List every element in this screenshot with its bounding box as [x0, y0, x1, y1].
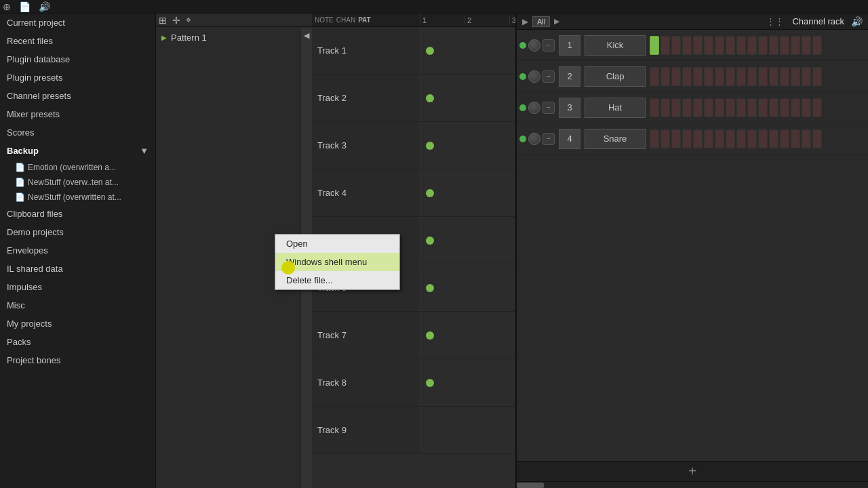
- channel-pad[interactable]: [747, 129, 757, 148]
- sidebar-item-plugin-database[interactable]: Plugin database: [0, 50, 155, 68]
- channel-pad[interactable]: [736, 98, 746, 117]
- channel-pad[interactable]: [769, 36, 778, 55]
- channel-pad[interactable]: [671, 36, 681, 55]
- channel-pad[interactable]: [693, 129, 703, 148]
- channel-pad[interactable]: [802, 67, 811, 86]
- channel-pad[interactable]: [736, 36, 746, 55]
- channel-active-dot[interactable]: [519, 73, 526, 80]
- pattern-item[interactable]: ▶ Pattern 1: [156, 30, 312, 45]
- channel-pad[interactable]: [736, 129, 746, 148]
- channel-pad[interactable]: [650, 36, 659, 55]
- channel-pad[interactable]: [704, 98, 713, 117]
- channel-pad[interactable]: [650, 67, 659, 86]
- channel-active-dot[interactable]: [519, 42, 526, 49]
- channel-pad[interactable]: [715, 67, 724, 86]
- audio-icon[interactable]: 🔊: [39, 1, 50, 12]
- scrollbar-thumb[interactable]: [517, 483, 544, 488]
- channel-pad[interactable]: [660, 98, 670, 117]
- play-icon[interactable]: ▶: [522, 17, 528, 26]
- channel-pad[interactable]: [780, 129, 789, 148]
- channel-pad[interactable]: [758, 36, 768, 55]
- sidebar-item-newstuff1[interactable]: 📄 NewStuff (overw..ten at...: [0, 175, 155, 190]
- channel-pad[interactable]: [758, 67, 768, 86]
- channel-number[interactable]: 3: [559, 98, 580, 118]
- channel-pad[interactable]: [715, 98, 724, 117]
- sidebar-item-il-shared-data[interactable]: IL shared data: [0, 260, 155, 278]
- sidebar-item-emotion[interactable]: 📄 Emotion (overwritten a...: [0, 160, 155, 175]
- channel-name-clap[interactable]: Clap: [585, 66, 646, 87]
- channel-pad[interactable]: [650, 129, 659, 148]
- channel-pad[interactable]: [682, 36, 692, 55]
- sidebar-item-recent-files[interactable]: Recent files: [0, 32, 155, 50]
- move-icon[interactable]: ✛: [172, 15, 180, 26]
- channel-number[interactable]: 1: [559, 35, 580, 56]
- channel-pad[interactable]: [780, 98, 789, 117]
- channel-pad[interactable]: [780, 67, 789, 86]
- channel-pad[interactable]: [747, 98, 757, 117]
- sidebar-item-scores[interactable]: Scores: [0, 123, 155, 142]
- channel-pad[interactable]: [791, 36, 800, 55]
- channel-pad[interactable]: [769, 67, 778, 86]
- channel-pad[interactable]: [769, 98, 778, 117]
- channel-pad[interactable]: [693, 36, 703, 55]
- file-icon[interactable]: 📄: [19, 1, 31, 12]
- sidebar-item-backup[interactable]: Backup ▼: [0, 142, 155, 160]
- channel-mute-button[interactable]: −: [542, 102, 555, 114]
- sidebar-item-impulses[interactable]: Impulses: [0, 278, 155, 296]
- channel-pad[interactable]: [736, 67, 746, 86]
- channel-pad[interactable]: [671, 129, 681, 148]
- channel-pad[interactable]: [812, 36, 822, 55]
- channel-pad[interactable]: [802, 129, 811, 148]
- channel-number[interactable]: 2: [559, 66, 580, 87]
- link-icon[interactable]: ⌖: [186, 14, 191, 26]
- channel-volume-knob[interactable]: [528, 133, 540, 145]
- channel-active-dot[interactable]: [519, 136, 526, 142]
- sidebar-item-project-bones[interactable]: Project bones: [0, 351, 155, 369]
- channel-name-kick[interactable]: Kick: [585, 35, 646, 56]
- channel-name-hat[interactable]: Hat: [585, 98, 646, 118]
- channel-pad[interactable]: [726, 67, 735, 86]
- channel-pad[interactable]: [671, 67, 681, 86]
- context-menu-open[interactable]: Open: [275, 235, 399, 253]
- channel-pad[interactable]: [671, 98, 681, 117]
- sidebar-item-mixer-presets[interactable]: Mixer presets: [0, 105, 155, 123]
- channel-pad[interactable]: [758, 129, 768, 148]
- channel-pad[interactable]: [747, 36, 757, 55]
- horizontal-scrollbar[interactable]: [517, 481, 868, 488]
- sidebar-item-envelopes[interactable]: Envelopes: [0, 241, 155, 260]
- channel-pad[interactable]: [747, 67, 757, 86]
- sidebar-item-current-project[interactable]: Current project: [0, 14, 155, 32]
- channel-pad[interactable]: [704, 36, 713, 55]
- menu-icon[interactable]: ⋮⋮: [766, 16, 784, 26]
- sidebar-item-newstuff2[interactable]: 📄 NewStuff (overwritten at...: [0, 190, 155, 205]
- channel-volume-knob[interactable]: [528, 102, 540, 114]
- channel-pad[interactable]: [812, 98, 822, 117]
- add-channel-button[interactable]: +: [688, 464, 696, 479]
- channel-pad[interactable]: [693, 98, 703, 117]
- sidebar-item-plugin-presets[interactable]: Plugin presets: [0, 68, 155, 87]
- sidebar-item-my-projects[interactable]: My projects: [0, 314, 155, 333]
- channel-pad[interactable]: [704, 67, 713, 86]
- channel-number[interactable]: 4: [559, 129, 580, 149]
- sidebar-item-misc[interactable]: Misc: [0, 296, 155, 314]
- channel-pad[interactable]: [704, 129, 713, 148]
- sidebar-item-demo-projects[interactable]: Demo projects: [0, 223, 155, 241]
- channel-pad[interactable]: [660, 67, 670, 86]
- channel-pad[interactable]: [802, 36, 811, 55]
- context-menu-delete[interactable]: Delete file...: [275, 271, 399, 289]
- channel-pad[interactable]: [726, 98, 735, 117]
- channel-mute-button[interactable]: −: [542, 70, 555, 83]
- channel-volume-knob[interactable]: [528, 39, 540, 52]
- channel-mute-button[interactable]: −: [542, 39, 555, 52]
- channel-pad[interactable]: [715, 129, 724, 148]
- channel-pad[interactable]: [726, 36, 735, 55]
- channel-pad[interactable]: [660, 129, 670, 148]
- channel-pad[interactable]: [682, 129, 692, 148]
- channel-pad[interactable]: [726, 129, 735, 148]
- grid-icon[interactable]: ⊞: [159, 15, 167, 26]
- channel-pad[interactable]: [812, 129, 822, 148]
- sidebar-item-clipboard[interactable]: Clipboard files: [0, 205, 155, 223]
- sidebar-item-packs[interactable]: Packs: [0, 333, 155, 351]
- channel-volume-knob[interactable]: [528, 70, 540, 83]
- channel-pad[interactable]: [769, 129, 778, 148]
